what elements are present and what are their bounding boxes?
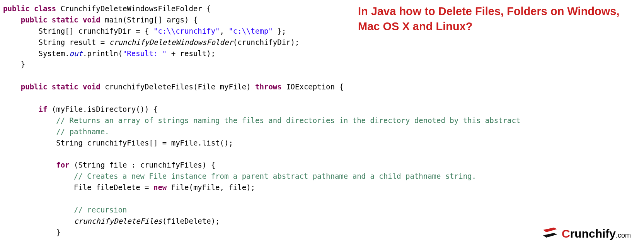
code-line: crunchifyDeleteFiles(fileDelete); — [74, 217, 220, 225]
brand-suffix: .com — [616, 231, 631, 239]
comment: // Returns an array of strings naming th… — [56, 116, 520, 125]
static-field: out — [70, 49, 83, 58]
code-line: String result = crunchifyDeleteWindowsFo… — [39, 38, 300, 46]
keyword: throws — [255, 82, 282, 91]
keyword: public — [3, 4, 30, 13]
string-literal: "c:\\crunchify" — [153, 27, 220, 35]
keyword: public — [21, 82, 48, 91]
code-line: } — [56, 228, 60, 236]
code-line: public class CrunchifyDeleteWindowsFileF… — [3, 4, 211, 13]
keyword: public — [21, 15, 48, 24]
brand-logo: Crunchify.com — [542, 227, 631, 241]
static-method-call: crunchifyDeleteFiles — [74, 217, 162, 225]
comment: // Creates a new File instance from a pa… — [74, 172, 476, 180]
code-line: for (String file : crunchifyFiles) { — [56, 161, 215, 169]
code-block: public class CrunchifyDeleteWindowsFileF… — [0, 0, 644, 238]
string-literal: "Result: " — [123, 49, 167, 58]
comment: // pathname. — [56, 127, 109, 136]
comment: // recursion — [74, 205, 127, 214]
code-line: File fileDelete = new File(myFile, file)… — [74, 183, 255, 192]
keyword: for — [56, 161, 69, 169]
code-line: public static void main(String[] args) { — [21, 15, 198, 24]
brand-name-rest: runchify — [570, 227, 616, 240]
code-line: if (myFile.isDirectory()) { — [39, 105, 158, 113]
string-literal: "c:\\temp" — [228, 27, 273, 35]
code-line: // pathname. — [56, 127, 109, 136]
code-line: } — [21, 60, 25, 68]
keyword: static — [52, 82, 78, 91]
keyword: void — [83, 82, 101, 91]
crunchify-logo-icon — [542, 227, 559, 241]
article-heading: In Java how to Delete Files, Folders on … — [358, 4, 629, 34]
code-line: public static void crunchifyDeleteFiles(… — [21, 82, 344, 91]
keyword: void — [83, 15, 101, 24]
brand-logo-text: Crunchify.com — [562, 227, 631, 240]
code-line: // Creates a new File instance from a pa… — [74, 172, 476, 180]
keyword: if — [39, 105, 48, 113]
code-line: String[] crunchifyDir = { "c:\\crunchify… — [39, 27, 286, 35]
code-line: // Returns an array of strings naming th… — [56, 116, 520, 125]
keyword: new — [153, 183, 167, 192]
static-method-call: crunchifyDeleteWindowsFolder — [109, 38, 233, 46]
code-line: // recursion — [74, 205, 127, 214]
keyword: static — [52, 15, 78, 24]
brand-name-first-letter: C — [562, 227, 570, 240]
code-line: System.out.println("Result: " + result); — [39, 49, 216, 58]
keyword: class — [34, 4, 56, 13]
code-line: String crunchifyFiles[] = myFile.list(); — [56, 139, 233, 147]
